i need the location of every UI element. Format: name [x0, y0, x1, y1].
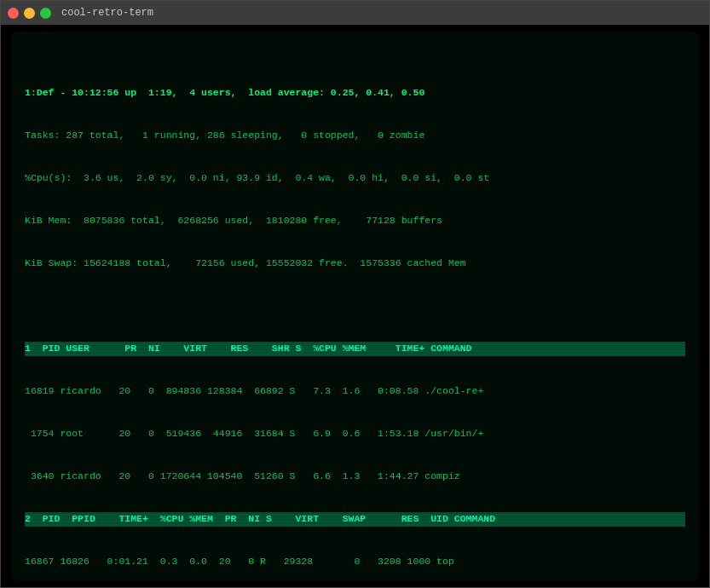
minimize-button[interactable] [24, 8, 35, 19]
terminal-content: 1:Def - 10:12:56 up 1:19, 4 users, load … [25, 43, 685, 580]
section2-header: 2 PID PPID TIME+ %CPU %MEM PR NI S VIRT … [25, 512, 685, 527]
uptime-line: 1:Def - 10:12:56 up 1:19, 4 users, load … [25, 86, 685, 101]
crt-screen: 1:Def - 10:12:56 up 1:19, 4 users, load … [11, 32, 699, 580]
window-frame: cool-retro-term 1:Def - 10:12:56 up 1:19… [0, 0, 710, 588]
close-button[interactable] [8, 8, 19, 19]
s2-row-0: 16867 16826 0:01.21 0.3 0.0 20 0 R 29328… [25, 555, 685, 569]
tasks-line: Tasks: 287 total, 1 running, 286 sleepin… [25, 129, 685, 143]
cpu-line: %Cpu(s): 3.6 us, 2.0 sy, 0.0 ni, 93.9 id… [25, 171, 685, 186]
section1-header: 1 PID USER PR NI VIRT RES SHR S %CPU %ME… [25, 342, 685, 356]
mem-line: KiB Mem: 8075836 total, 6268256 used, 18… [25, 214, 685, 228]
maximize-button[interactable] [40, 8, 51, 19]
terminal-area: 1:Def - 10:12:56 up 1:19, 4 users, load … [1, 25, 709, 587]
s1-row-2: 3640 ricardo 20 0 1720644 104540 51260 S… [25, 470, 685, 484]
swap-line: KiB Swap: 15624188 total, 72156 used, 15… [25, 257, 685, 271]
window-title: cool-retro-term [61, 7, 153, 19]
s1-row-1: 1754 root 20 0 519436 44916 31684 S 6.9 … [25, 427, 685, 441]
title-bar: cool-retro-term [1, 1, 709, 25]
s1-row-0: 16819 ricardo 20 0 894836 128384 66892 S… [25, 384, 685, 399]
